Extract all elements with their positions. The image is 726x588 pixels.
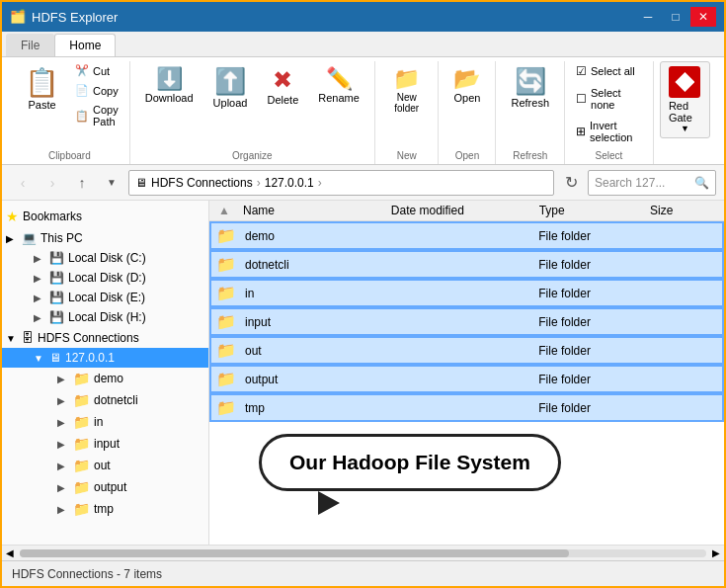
folder-icon: 📁 <box>73 458 90 473</box>
sidebar-hdfs-server[interactable]: ▼ 🖥 127.0.0.1 <box>2 348 208 368</box>
upload-icon: ⬆️ <box>214 66 246 97</box>
open-button[interactable]: 📂 Open <box>444 61 489 109</box>
sidebar: ★ Bookmarks ▶ 💻 This PC ▶ 💾 Local Disk (… <box>2 201 209 545</box>
sidebar-this-pc[interactable]: ▶ 💻 This PC <box>2 227 208 248</box>
sidebar-hdfs-input[interactable]: ▶ 📁 input <box>2 433 208 455</box>
sidebar-hdfs-tmp[interactable]: ▶ 📁 tmp <box>2 498 208 520</box>
paste-button[interactable]: 📋 Paste <box>16 61 68 116</box>
folder-icon: 📁 <box>211 398 241 417</box>
select-none-button[interactable]: ☐ Select none <box>571 84 647 114</box>
tab-file[interactable]: File <box>6 34 54 56</box>
this-pc-label: This PC <box>40 231 83 245</box>
copy-label: Copy <box>93 85 119 97</box>
ribbon-group-new: 📁 New folder New <box>375 61 440 164</box>
up-button[interactable]: ↑ <box>69 170 95 196</box>
file-name-tmp: tmp <box>241 401 392 415</box>
invert-selection-button[interactable]: ⊞ Invert selection <box>571 117 647 146</box>
expander-icon: ▶ <box>57 461 69 471</box>
file-row-output[interactable]: 📁 output File folder <box>209 365 724 393</box>
col-header-type[interactable]: Type <box>539 204 650 217</box>
back-button[interactable]: ‹ <box>10 170 36 196</box>
paste-label: Paste <box>28 99 55 111</box>
file-row-demo[interactable]: 📁 demo File folder <box>209 221 724 250</box>
invert-icon: ⊞ <box>576 125 586 138</box>
file-row-tmp[interactable]: 📁 tmp File folder <box>209 393 724 422</box>
file-name-demo: demo <box>241 229 392 243</box>
sidebar-hdfs-in[interactable]: ▶ 📁 in <box>2 411 208 433</box>
copy-path-button[interactable]: 📋 Copy Path <box>70 101 123 130</box>
refresh-icon: 🔄 <box>515 66 546 97</box>
disk-h-label: Local Disk (H:) <box>68 310 146 324</box>
expander-icon: ▶ <box>34 293 45 303</box>
select-items: ☑ Select all ☐ Select none ⊞ Invert sele… <box>571 61 647 146</box>
file-name-dotnetcli: dotnetcli <box>241 258 392 272</box>
scrollbar-track[interactable] <box>20 549 706 557</box>
download-button[interactable]: ⬇️ Download <box>136 61 202 109</box>
redgate-button[interactable]: Red Gate ▼ <box>660 61 710 138</box>
copy-button[interactable]: 📄 Copy <box>70 81 123 100</box>
close-button[interactable]: ✕ <box>690 7 716 27</box>
folder-icon: 📁 <box>211 226 241 245</box>
cut-button[interactable]: ✂️ Cut <box>70 61 115 80</box>
breadcrumb-icon: 🖥 <box>135 176 147 190</box>
select-none-icon: ☐ <box>576 92 587 106</box>
sidebar-bookmarks[interactable]: ★ Bookmarks <box>2 205 208 227</box>
breadcrumb-part2: 127.0.0.1 <box>265 176 314 190</box>
expander-icon: ▶ <box>34 253 45 264</box>
select-all-label: Select all <box>591 65 635 77</box>
rename-label: Rename <box>318 92 360 104</box>
hdfs-icon: 🗄 <box>22 331 34 345</box>
app-icon: 🗂️ <box>10 9 26 25</box>
ribbon: 📋 Paste ✂️ Cut 📄 Copy 📋 Copy Path <box>2 57 724 165</box>
scroll-right-btn[interactable]: ▶ <box>708 547 724 558</box>
file-row-input[interactable]: 📁 input File folder <box>209 307 724 336</box>
scrollbar-thumb[interactable] <box>20 549 569 557</box>
new-folder-button[interactable]: 📁 New folder <box>381 61 433 119</box>
sidebar-hdfs-output[interactable]: ▶ 📁 output <box>2 476 208 498</box>
search-box[interactable]: Search 127... 🔍 <box>588 170 716 196</box>
callout-text: Our Hadoop File System <box>289 451 530 473</box>
col-header-name[interactable]: Name <box>239 204 391 217</box>
horizontal-scrollbar[interactable]: ◀ ▶ <box>2 545 724 560</box>
minimize-button[interactable]: ─ <box>635 7 661 27</box>
hdfs-label: HDFS Connections <box>38 331 139 345</box>
maximize-button[interactable]: □ <box>663 7 688 27</box>
main-area: ★ Bookmarks ▶ 💻 This PC ▶ 💾 Local Disk (… <box>2 201 724 545</box>
expander-icon: ▶ <box>57 482 69 493</box>
sidebar-disk-d[interactable]: ▶ 💾 Local Disk (D:) <box>2 268 208 288</box>
sidebar-disk-e[interactable]: ▶ 💾 Local Disk (E:) <box>2 288 208 307</box>
col-header-date[interactable]: Date modified <box>391 204 539 217</box>
refresh-items: 🔄 Refresh <box>502 61 558 146</box>
file-row-dotnetcli[interactable]: 📁 dotnetcli File folder <box>209 250 724 279</box>
recent-button[interactable]: ▼ <box>99 170 124 196</box>
forward-button[interactable]: › <box>40 170 65 196</box>
status-text: HDFS Connections - 7 items <box>12 567 162 581</box>
breadcrumb[interactable]: 🖥 HDFS Connections › 127.0.0.1 › <box>128 170 554 196</box>
select-all-button[interactable]: ☑ Select all <box>571 61 640 81</box>
sidebar-hdfs-out[interactable]: ▶ 📁 out <box>2 455 208 476</box>
scroll-left-btn[interactable]: ◀ <box>2 547 18 558</box>
sidebar-hdfs-dotnetcli[interactable]: ▶ 📁 dotnetcli <box>2 389 208 411</box>
sidebar-hdfs-demo[interactable]: ▶ 📁 demo <box>2 368 208 389</box>
delete-button[interactable]: ✖ Delete <box>258 61 307 111</box>
redgate-items: Red Gate ▼ <box>660 61 710 146</box>
hdfs-dotnetcli-label: dotnetcli <box>94 393 138 407</box>
new-folder-label: New folder <box>390 92 424 114</box>
upload-button[interactable]: ⬆️ Upload <box>204 61 257 114</box>
rename-icon: ✏️ <box>326 66 353 92</box>
cut-label: Cut <box>93 65 110 77</box>
sidebar-hdfs[interactable]: ▼ 🗄 HDFS Connections <box>2 327 208 348</box>
disk-icon: 💾 <box>49 271 64 285</box>
rename-button[interactable]: ✏️ Rename <box>309 61 368 109</box>
file-row-in[interactable]: 📁 in File folder <box>209 279 724 307</box>
col-header-size[interactable]: Size <box>650 204 724 217</box>
folder-icon: 📁 <box>73 371 90 386</box>
file-row-out[interactable]: 📁 out File folder <box>209 336 724 365</box>
address-refresh-button[interactable]: ↻ <box>558 170 584 196</box>
refresh-button[interactable]: 🔄 Refresh <box>502 61 558 114</box>
file-type-tmp: File folder <box>538 401 648 415</box>
download-icon: ⬇️ <box>156 66 183 92</box>
tab-home[interactable]: Home <box>54 34 116 56</box>
sidebar-disk-c[interactable]: ▶ 💾 Local Disk (C:) <box>2 248 208 268</box>
sidebar-disk-h[interactable]: ▶ 💾 Local Disk (H:) <box>2 307 208 327</box>
